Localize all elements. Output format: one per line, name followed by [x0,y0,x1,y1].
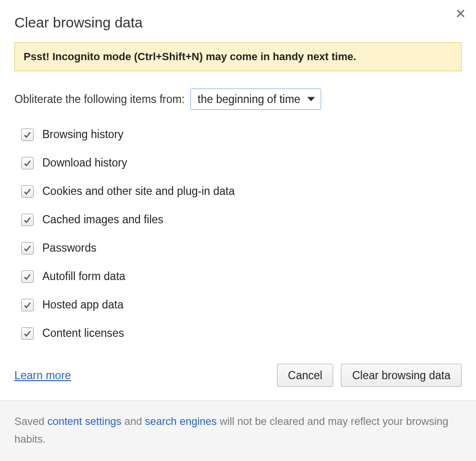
checkbox-autofill[interactable] [21,270,34,283]
label-browsing-history: Browsing history [42,128,124,141]
footer-pre: Saved [14,415,48,427]
option-autofill: Autofill form data [21,270,462,283]
chevron-down-icon [307,97,315,102]
option-cache: Cached images and files [21,213,462,226]
checkbox-download-history[interactable] [21,157,34,169]
checkbox-passwords[interactable] [21,242,34,255]
label-cookies: Cookies and other site and plug-in data [42,185,235,198]
clear-browsing-data-dialog: Clear browsing data Psst! Incognito mode… [0,0,476,400]
dialog-title: Clear browsing data [14,14,462,31]
dialog-buttons: Cancel Clear browsing data [277,364,462,387]
info-footer: Saved content settings and search engine… [0,400,476,461]
clear-options-list: Browsing history Download history Cookie… [14,128,462,340]
time-range-select[interactable]: the beginning of time [190,89,321,110]
option-browsing-history: Browsing history [21,128,462,141]
checkbox-browsing-history[interactable] [21,128,34,141]
footer-mid: and [122,415,145,427]
checkbox-content-licenses[interactable] [21,327,34,340]
clear-browsing-data-button[interactable]: Clear browsing data [341,364,462,387]
checkbox-cache[interactable] [21,214,34,226]
label-hosted-app-data: Hosted app data [42,298,124,311]
content-settings-link[interactable]: content settings [48,415,122,427]
label-passwords: Passwords [42,242,96,255]
label-content-licenses: Content licenses [42,327,124,340]
option-passwords: Passwords [21,242,462,255]
checkbox-cookies[interactable] [21,185,34,198]
time-range-selected: the beginning of time [198,93,301,106]
checkbox-hosted-app-data[interactable] [21,299,34,311]
search-engines-link[interactable]: search engines [145,415,217,427]
option-hosted-app-data: Hosted app data [21,298,462,311]
label-download-history: Download history [42,156,127,169]
option-content-licenses: Content licenses [21,327,462,340]
cancel-button[interactable]: Cancel [277,364,334,387]
learn-more-link[interactable]: Learn more [14,369,71,382]
time-range-row: Obliterate the following items from: the… [14,89,462,110]
obliterate-label: Obliterate the following items from: [14,93,185,106]
label-cache: Cached images and files [42,213,163,226]
incognito-tip: Psst! Incognito mode (Ctrl+Shift+N) may … [14,42,462,71]
close-icon[interactable] [455,8,466,19]
option-cookies: Cookies and other site and plug-in data [21,185,462,198]
label-autofill: Autofill form data [42,270,125,283]
dialog-footer: Learn more Cancel Clear browsing data [14,364,462,400]
option-download-history: Download history [21,156,462,169]
